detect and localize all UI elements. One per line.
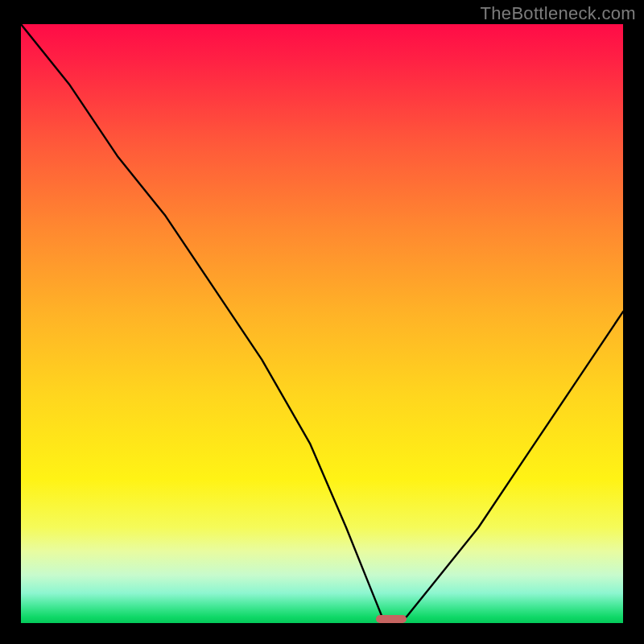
plot-area — [21, 24, 623, 623]
chart-frame: TheBottleneck.com — [0, 0, 644, 644]
optimum-marker — [376, 615, 406, 623]
watermark-text: TheBottleneck.com — [481, 3, 636, 24]
curve-svg — [21, 24, 623, 623]
bottleneck-curve — [21, 24, 623, 617]
